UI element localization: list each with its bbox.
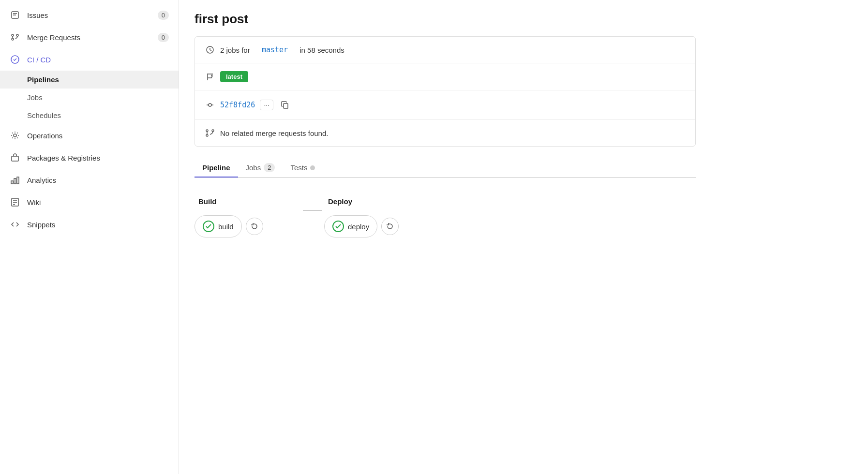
analytics-icon: [10, 175, 20, 185]
commit-row: 52f8fd26 ···: [195, 90, 695, 120]
sidebar: Issues 0 Merge Requests 0 CI / CD Pipel: [0, 0, 179, 474]
build-job-node[interactable]: build: [195, 215, 242, 237]
sidebar-item-cicd[interactable]: CI / CD: [0, 48, 179, 71]
build-success-icon: [203, 221, 214, 232]
merge-requests-icon: [10, 32, 20, 43]
svg-point-3: [12, 34, 14, 36]
clock-icon: [205, 44, 215, 55]
flag-icon: [205, 72, 215, 82]
sidebar-item-snippets-label: Snippets: [27, 221, 55, 229]
tab-jobs-label: Jobs: [246, 163, 261, 172]
svg-point-17: [209, 104, 211, 106]
tab-tests-label: Tests: [290, 163, 307, 172]
sidebar-item-merge-requests[interactable]: Merge Requests 0: [0, 26, 179, 48]
tab-jobs[interactable]: Jobs 2: [238, 158, 283, 178]
sidebar-item-analytics-label: Analytics: [27, 176, 56, 184]
tab-pipeline[interactable]: Pipeline: [195, 159, 238, 178]
copy-commit-button[interactable]: [278, 98, 292, 112]
commit-hash-link[interactable]: 52f8fd26: [220, 101, 255, 109]
svg-rect-9: [11, 181, 13, 184]
commit-icon: [205, 100, 215, 110]
cicd-icon: [10, 54, 20, 65]
deploy-success-icon: [332, 221, 344, 232]
sidebar-item-analytics[interactable]: Analytics: [0, 169, 179, 191]
svg-point-23: [206, 134, 208, 136]
branch-link[interactable]: master: [262, 45, 288, 54]
svg-rect-20: [284, 104, 288, 108]
jobs-suffix-text: in 58 seconds: [299, 46, 344, 54]
sidebar-item-operations-label: Operations: [27, 132, 62, 140]
build-retry-button[interactable]: [246, 218, 263, 235]
svg-point-5: [12, 38, 14, 40]
sidebar-item-snippets[interactable]: Snippets: [0, 213, 179, 236]
jobs-count-text: 2 jobs for: [220, 46, 250, 54]
deploy-job-label: deploy: [348, 222, 369, 231]
tab-jobs-count: 2: [264, 163, 275, 172]
sidebar-item-issues[interactable]: Issues 0: [0, 4, 179, 26]
merge-requests-badge: 0: [158, 33, 169, 42]
jobs-info-row: 2 jobs for master in 58 seconds: [195, 37, 695, 63]
sidebar-item-pipelines[interactable]: Pipelines: [0, 71, 179, 89]
pipeline-info-card: 2 jobs for master in 58 seconds latest: [195, 36, 696, 147]
deploy-stage-label: Deploy: [324, 197, 431, 206]
pipeline-tabs: Pipeline Jobs 2 Tests: [195, 158, 696, 178]
tests-dot-indicator: [310, 165, 315, 170]
deploy-stage-jobs: deploy: [324, 215, 431, 237]
snippets-icon: [10, 219, 20, 230]
badge-row: latest: [195, 63, 695, 90]
latest-badge: latest: [220, 71, 248, 82]
svg-point-22: [212, 130, 214, 132]
build-stage-label: Build: [195, 197, 301, 206]
no-merge-requests-text: No related merge requests found.: [220, 129, 328, 137]
main-content: first post 2 jobs for master in 58 secon…: [179, 0, 868, 474]
stage-connector: [301, 197, 324, 211]
merge-requests-info-icon: [205, 128, 215, 138]
sidebar-item-wiki-label: Wiki: [27, 198, 41, 207]
operations-icon: [10, 130, 20, 141]
tab-pipeline-label: Pipeline: [202, 163, 230, 172]
pipeline-diagram: Build build: [195, 190, 696, 245]
sidebar-item-wiki[interactable]: Wiki: [0, 191, 179, 213]
tab-tests[interactable]: Tests: [283, 159, 323, 178]
build-job-label: build: [218, 222, 234, 231]
commit-ellipsis-button[interactable]: ···: [260, 100, 273, 110]
build-stage: Build build: [195, 197, 301, 237]
sidebar-item-pipelines-label: Pipelines: [27, 75, 59, 84]
sidebar-item-packages-label: Packages & Registries: [27, 154, 100, 162]
merge-requests-info-row: No related merge requests found.: [195, 120, 695, 146]
issues-icon: [10, 10, 20, 20]
sidebar-item-schedules[interactable]: Schedules: [0, 106, 179, 124]
deploy-job-node[interactable]: deploy: [324, 215, 377, 237]
svg-point-7: [14, 134, 16, 137]
sidebar-item-schedules-label: Schedules: [27, 111, 61, 119]
sidebar-item-jobs[interactable]: Jobs: [0, 89, 179, 106]
sidebar-item-issues-label: Issues: [27, 11, 48, 19]
svg-point-21: [206, 130, 208, 132]
svg-rect-11: [17, 177, 19, 184]
deploy-retry-button[interactable]: [381, 218, 399, 235]
issues-badge: 0: [158, 11, 169, 20]
sidebar-item-operations[interactable]: Operations: [0, 124, 179, 147]
sidebar-item-merge-requests-label: Merge Requests: [27, 33, 80, 42]
sidebar-item-cicd-label: CI / CD: [27, 56, 51, 64]
svg-rect-10: [14, 178, 16, 184]
sidebar-item-jobs-label: Jobs: [27, 93, 43, 102]
wiki-icon: [10, 197, 20, 207]
build-stage-jobs: build: [195, 215, 301, 237]
page-title: first post: [195, 12, 696, 27]
svg-rect-8: [12, 156, 18, 161]
packages-icon: [10, 152, 20, 163]
svg-point-4: [16, 34, 18, 36]
sidebar-item-packages[interactable]: Packages & Registries: [0, 147, 179, 169]
deploy-stage: Deploy deploy: [324, 197, 431, 237]
